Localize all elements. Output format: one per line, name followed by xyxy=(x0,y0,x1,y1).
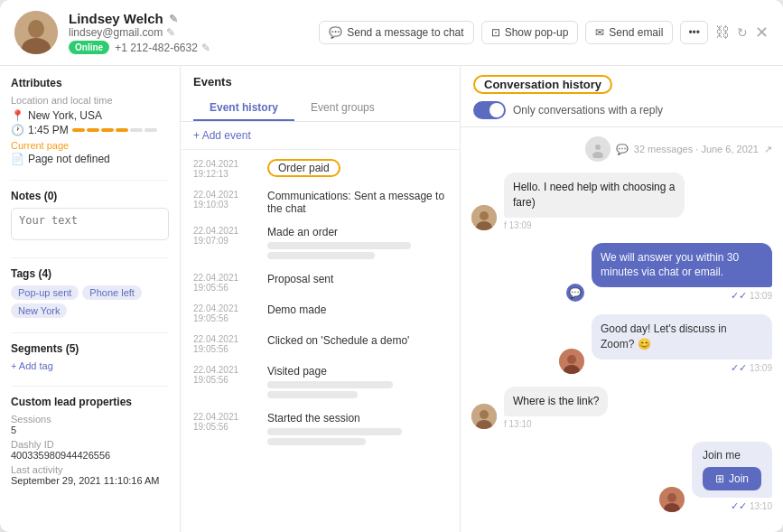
dashly-id-value: 400335980944426556 xyxy=(11,450,169,461)
msg-time-group: Good day! Let's discuss in Zoom? 😊 ✓✓ 13… xyxy=(592,314,772,374)
msg-time-group: Where is the link? f 13:10 xyxy=(504,387,608,429)
msg-avatar xyxy=(659,487,685,512)
contact-name: Lindsey Welch ✎ xyxy=(69,11,308,26)
add-tag-button[interactable]: + Add tag xyxy=(11,360,169,371)
msg-time: f 13:10 xyxy=(504,419,532,429)
agent-bubble-icon: 💬 xyxy=(566,284,584,302)
refresh-icon[interactable]: ↻ xyxy=(737,25,748,40)
toggle-switch[interactable] xyxy=(473,101,506,119)
segments-title: Segments (5) xyxy=(11,342,169,355)
titlebar: Lindsey Welch ✎ lindsey@gmail.com ✎ Onli… xyxy=(0,0,783,66)
tag-popup-sent[interactable]: Pop-up sent xyxy=(11,285,79,300)
event-row: 22.04.202119:05:56 Proposal sent xyxy=(181,267,460,298)
message-row: We will answer you within 30 minutes via… xyxy=(471,243,772,303)
event-name: Demo made xyxy=(267,303,447,316)
message-bubble: Hello. I need help with choosing a fare) xyxy=(504,173,685,218)
notes-input[interactable] xyxy=(11,208,169,240)
online-badge: Online xyxy=(69,41,109,54)
page-value: 📄 Page not defined xyxy=(11,153,169,165)
check-icon: ✓✓ xyxy=(731,290,747,302)
event-time: 22.04.202119:07:09 xyxy=(193,226,258,246)
svg-point-13 xyxy=(480,410,489,419)
conv-meta-text: 32 messages · June 6, 2021 xyxy=(634,144,759,154)
close-icon[interactable]: ✕ xyxy=(755,23,769,42)
msg-time-group: Join me ⊞ Join ✓✓ 13:10 xyxy=(692,442,772,512)
join-button[interactable]: ⊞ Join xyxy=(703,467,761,490)
event-name-skeleton: Visited page xyxy=(267,365,447,401)
conv-title-oval: Conversation history xyxy=(473,75,612,94)
custom-props-title: Custom lead properties xyxy=(11,396,169,408)
event-name: Proposal sent xyxy=(267,273,447,285)
email-icon: ✉ xyxy=(595,26,604,39)
conv-meta: 💬 32 messages · June 6, 2021 ↗ xyxy=(471,136,772,162)
tag-new-york[interactable]: New York xyxy=(11,303,67,318)
tag-list: Pop-up sent Phone left New York xyxy=(11,285,169,318)
event-time: 22.04.202119:05:56 xyxy=(193,365,258,385)
add-event-button[interactable]: + Add event xyxy=(181,122,460,150)
event-row: 22.04.202119:07:09 Made an order xyxy=(181,220,460,267)
event-time: 22.04.202119:10:03 xyxy=(193,190,258,210)
message-row: Join me ⊞ Join ✓✓ 13:10 xyxy=(471,442,772,512)
msg-time-group: Hello. I need help with choosing a fare)… xyxy=(504,173,685,230)
main-content: Attributes Location and local time 📍 New… xyxy=(0,66,783,532)
event-row: 22.04.202119:05:56 Started the session xyxy=(181,406,460,453)
order-paid-highlight: Order paid xyxy=(267,159,340,177)
event-name: Order paid xyxy=(267,159,447,177)
location-icon: 📍 xyxy=(11,109,24,122)
event-name-skeleton: Started the session xyxy=(267,412,447,448)
external-link-icon[interactable]: ↗ xyxy=(764,144,772,155)
conv-meta-avatar xyxy=(585,136,611,162)
message-bubble: We will answer you within 30 minutes via… xyxy=(592,243,772,288)
attributes-title: Attributes xyxy=(11,77,169,89)
titlebar-actions: 💬 Send a message to chat ⊡ Show pop-up ✉… xyxy=(319,21,769,44)
conversation-header: Conversation history Only conversations … xyxy=(461,66,783,127)
contact-email: lindsey@gmail.com ✎ xyxy=(69,26,308,39)
last-activity-label: Last activity xyxy=(11,464,169,475)
conv-title-row: Conversation history xyxy=(473,75,770,94)
msg-avatar xyxy=(471,404,497,429)
event-name-skeleton: Made an order xyxy=(267,226,447,262)
link-icon[interactable]: ⛓ xyxy=(715,24,730,41)
message-row: Hello. I need help with choosing a fare)… xyxy=(471,173,772,230)
time-value: 🕐 1:45 PM xyxy=(11,124,169,136)
events-panel: Events Event history Event groups + Add … xyxy=(181,66,461,532)
tab-event-history[interactable]: Event history xyxy=(193,96,294,121)
event-time: 22.04.202119:05:56 xyxy=(193,334,258,354)
contact-phone: +1 212-482-6632 ✎ xyxy=(115,42,210,54)
toggle-knob xyxy=(489,103,504,117)
page-icon: 📄 xyxy=(11,153,24,165)
tags-title: Tags (4) xyxy=(11,267,169,280)
edit-phone-icon[interactable]: ✎ xyxy=(201,42,210,54)
location-label: Location and local time xyxy=(11,95,169,106)
toggle-label: Only conversations with a reply xyxy=(513,104,663,117)
events-header: Events Event history Event groups xyxy=(181,66,460,122)
more-actions-button[interactable]: ••• xyxy=(680,21,708,44)
dashly-id-label: Dashly ID xyxy=(11,439,169,450)
svg-point-16 xyxy=(667,493,676,502)
attributes-section: Attributes Location and local time 📍 New… xyxy=(11,77,169,165)
location-value: 📍 New York, USA xyxy=(11,109,169,122)
event-time: 22.04.202119:05:56 xyxy=(193,412,258,432)
edit-name-icon[interactable]: ✎ xyxy=(169,13,178,25)
event-time: 22.04.202119:05:56 xyxy=(193,303,258,323)
tag-phone-left[interactable]: Phone left xyxy=(82,285,142,300)
conv-title: Conversation history xyxy=(484,78,601,91)
event-name: Communications: Sent a message to the ch… xyxy=(267,190,447,215)
timezone-bar xyxy=(72,128,157,132)
tab-event-groups[interactable]: Event groups xyxy=(294,96,391,121)
sidebar: Attributes Location and local time 📍 New… xyxy=(0,66,181,532)
send-message-button[interactable]: 💬 Send a message to chat xyxy=(319,21,473,44)
event-row: 22.04.202119:05:56 Demo made xyxy=(181,298,460,329)
notes-section: Notes (0) xyxy=(11,190,169,243)
send-email-button[interactable]: ✉ Send email xyxy=(585,21,673,44)
msg-time: ✓✓ 13:10 xyxy=(731,500,772,512)
message-bubble: Good day! Let's discuss in Zoom? 😊 xyxy=(592,314,772,359)
show-popup-button[interactable]: ⊡ Show pop-up xyxy=(481,21,579,44)
custom-props-section: Custom lead properties Sessions 5 Dashly… xyxy=(11,396,169,486)
edit-email-icon[interactable]: ✎ xyxy=(166,26,175,39)
sessions-value: 5 xyxy=(11,425,169,435)
chat-icon: 💬 xyxy=(329,26,342,39)
contact-info: Lindsey Welch ✎ lindsey@gmail.com ✎ Onli… xyxy=(69,11,308,54)
tags-section: Tags (4) Pop-up sent Phone left New York xyxy=(11,267,169,318)
svg-point-4 xyxy=(595,145,601,150)
